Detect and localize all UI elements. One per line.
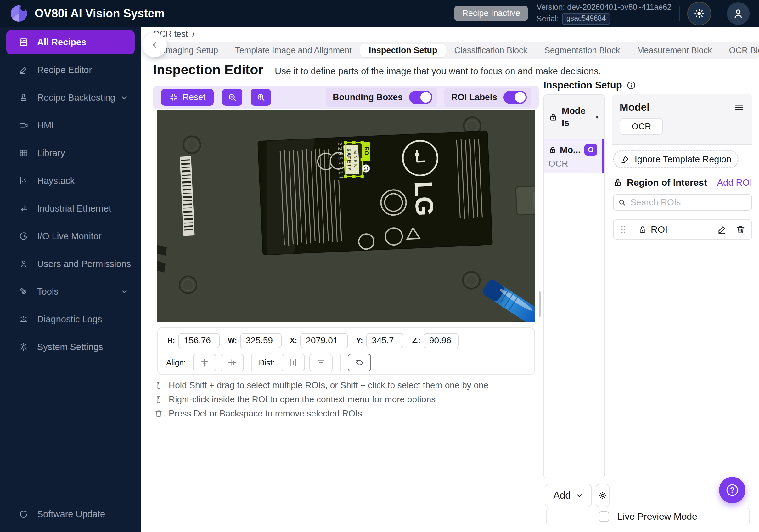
roi-properties-card: H: W: X: Y: ∠: Align:: [157, 327, 535, 375]
block-list-title-line2: Is: [562, 117, 585, 129]
zoom-out-button[interactable]: [222, 89, 242, 106]
roi-item-actions: [717, 225, 746, 234]
live-preview-card[interactable]: Live Preview Mode: [546, 508, 750, 525]
sidebar-item-recipe-editor[interactable]: Recipe Editor: [0, 58, 141, 82]
canvas-toolbar: Reset Bounding Boxes ROI Labels: [153, 86, 539, 109]
mouse-icon: [154, 395, 163, 404]
roi-box-label: ROI: [363, 147, 370, 157]
distribute-vertical-button[interactable]: [309, 354, 333, 371]
toggle-switch-on[interactable]: [503, 91, 527, 104]
align-vertical-center-button[interactable]: [220, 354, 244, 371]
toggle-knob: [420, 92, 431, 102]
drag-handle-icon[interactable]: [619, 225, 627, 234]
tab-classification-block[interactable]: Classification Block: [446, 42, 536, 59]
add-block-button[interactable]: Add: [545, 484, 592, 507]
angle-field[interactable]: [423, 333, 459, 348]
sidebar-item-industrial-ethernet[interactable]: Industrial Ethernet: [0, 196, 141, 221]
roi-search-box[interactable]: [613, 194, 752, 211]
video-camera-icon: [19, 121, 28, 130]
roi-labels-toggle[interactable]: ROI Labels: [444, 88, 531, 107]
roi-search-input[interactable]: [630, 197, 747, 208]
sidebar-item-tools[interactable]: Tools: [0, 279, 141, 304]
height-field[interactable]: [178, 333, 220, 348]
unlock-icon: [548, 146, 557, 154]
app-title: OV80i AI Vision System: [35, 7, 165, 20]
model-type-chip[interactable]: OCR: [619, 118, 663, 135]
user-avatar-button[interactable]: [727, 2, 749, 25]
grid-icon: [19, 148, 28, 158]
ignore-template-region-button[interactable]: Ignore Template Region: [613, 150, 739, 168]
add-roi-link[interactable]: Add ROI: [717, 178, 752, 188]
canvas-hints: Hold Shift + drag to select multiple ROI…: [154, 380, 488, 423]
dist-label: Dist:: [259, 358, 275, 367]
transfer-arrows-icon: [19, 204, 28, 213]
toggle-switch-on[interactable]: [409, 91, 432, 104]
unlock-icon: [613, 178, 622, 187]
sidebar-item-io-live-monitor[interactable]: I/O Live Monitor: [0, 224, 141, 248]
sidebar-item-label: Library: [37, 148, 65, 158]
sidebar-item-label: HMI: [37, 120, 54, 131]
align-horizontal-center-button[interactable]: [193, 354, 216, 371]
edit-icon[interactable]: [717, 225, 727, 234]
info-icon[interactable]: [626, 81, 636, 90]
chevron-left-icon: ‹: [152, 38, 156, 50]
sidebar-list: All Recipes Recipe Editor Recipe Backtes…: [0, 27, 141, 359]
scrollbar-thumb[interactable]: [539, 292, 540, 317]
hint-row: Press Del or Backspace to remove selecte…: [154, 408, 488, 419]
sidebar-item-hmi[interactable]: HMI: [0, 113, 141, 138]
sidebar-item-recipe-backtesting[interactable]: Recipe Backtesting: [0, 85, 141, 110]
chevron-down-icon: [120, 287, 128, 296]
sidebar-item-all-recipes[interactable]: All Recipes: [6, 30, 135, 55]
roi-list-item[interactable]: ROI: [613, 220, 752, 240]
block-settings-button[interactable]: [596, 484, 610, 507]
marker-icon: [620, 154, 630, 164]
roi-rotate-handle[interactable]: [362, 165, 370, 172]
chevron-down-icon: [120, 94, 128, 102]
sidebar-item-diagnostic-logs[interactable]: Diagnostic Logs: [0, 307, 141, 332]
sidebar-item-haystack[interactable]: Haystack: [0, 168, 141, 193]
panel-title: Inspection Setup: [543, 80, 622, 91]
sidebar-item-label: I/O Live Monitor: [37, 231, 101, 241]
gear-icon: [598, 491, 607, 500]
live-preview-checkbox[interactable]: [599, 511, 609, 522]
x-position-field[interactable]: [300, 333, 348, 348]
camera-photo: LG 22055-11 SAFETY MARK: [157, 110, 535, 322]
block-list-title-line1: Mode: [562, 105, 585, 117]
height-field-label: H:: [167, 337, 175, 345]
align-horizontal-center-icon: [200, 358, 209, 367]
theme-toggle-button[interactable]: [687, 2, 711, 25]
x-field-label: X:: [290, 337, 297, 345]
bounding-boxes-toggle[interactable]: Bounding Boxes: [326, 88, 436, 107]
undo-button[interactable]: [348, 354, 371, 371]
help-button[interactable]: ?: [719, 477, 745, 503]
inspection-setup-panel: Inspection Setup Mode Is: [543, 27, 759, 532]
y-position-field[interactable]: [366, 333, 403, 348]
width-field[interactable]: [240, 333, 282, 348]
menu-icon[interactable]: [734, 102, 744, 113]
scatter-plot-icon: [19, 176, 28, 185]
svg-text:?: ?: [730, 486, 735, 494]
trash-icon[interactable]: [736, 225, 746, 234]
model-section-title: Model: [619, 102, 650, 113]
tab-inspection-setup[interactable]: Inspection Setup: [360, 44, 446, 57]
tab-template-image-alignment[interactable]: Template Image and Alignment: [226, 42, 360, 59]
roi-item-name: ROI: [651, 224, 667, 235]
block-item-subtype: OCR: [548, 159, 600, 169]
sidebar-item-library[interactable]: Library: [0, 141, 141, 165]
sidebar-collapse-button[interactable]: ‹: [142, 33, 167, 57]
zoom-in-button[interactable]: [251, 89, 271, 106]
sidebar-item-system-settings[interactable]: System Settings: [0, 335, 141, 359]
distribute-horizontal-button[interactable]: [282, 354, 305, 371]
roi-dimensions-row: H: W: X: Y: ∠:: [167, 333, 534, 348]
reset-view-button[interactable]: Reset: [161, 89, 214, 106]
serial-row: Serial: gsac549684: [537, 13, 671, 25]
collapse-left-icon[interactable]: [594, 114, 600, 120]
hint-row: Right-click inside the ROI to open the c…: [154, 394, 488, 405]
region-of-interest-title: Region of Interest: [627, 177, 707, 188]
hint-text: Right-click inside the ROI to open the c…: [169, 394, 435, 404]
sidebar-item-users-permissions[interactable]: Users and Permissions: [0, 252, 141, 276]
block-item-selected[interactable]: Mo... O OCR: [544, 139, 604, 173]
reset-view-icon: [169, 93, 178, 102]
sidebar-item-software-update[interactable]: Software Update: [0, 502, 141, 526]
inspection-image-canvas[interactable]: LG 22055-11 SAFETY MARK: [157, 110, 535, 322]
